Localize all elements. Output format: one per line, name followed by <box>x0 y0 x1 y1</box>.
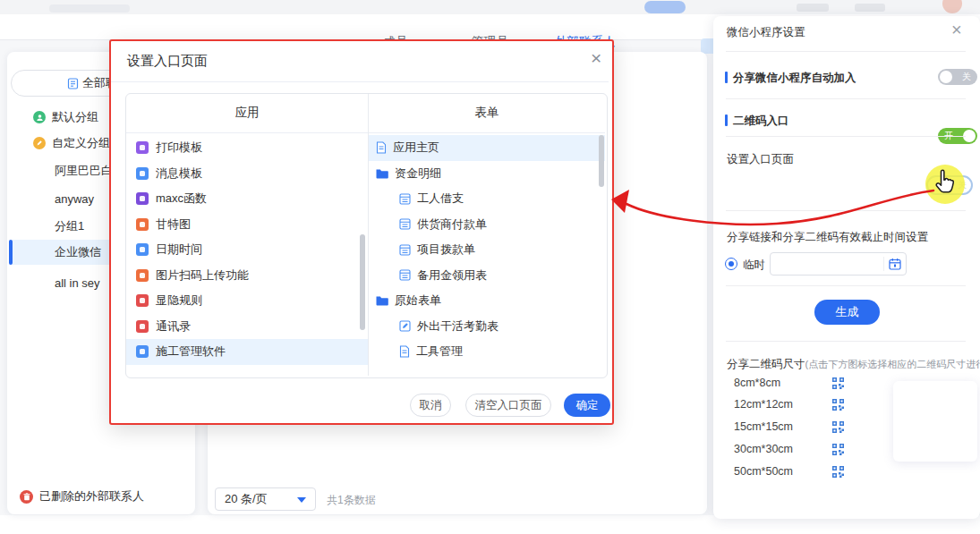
app-item[interactable]: 甘特图 <box>126 212 368 238</box>
form-label: 供货商付款单 <box>417 216 487 233</box>
divider <box>111 81 609 82</box>
page-size-value: 20 条/页 <box>225 491 268 507</box>
form-item[interactable]: 工人借支 <box>369 186 605 212</box>
form-item[interactable]: 备用金领用表 <box>369 263 605 289</box>
document-icon <box>376 141 387 154</box>
qr-size-row: 8cm*8cm <box>734 376 844 390</box>
top-remnant <box>855 4 885 12</box>
group-label: 默认分组 <box>52 109 98 125</box>
accent-bar <box>725 114 728 126</box>
qr-size-label: 30cm*30cm <box>734 443 832 455</box>
document-icon <box>399 345 410 358</box>
group-label: 自定义分组 <box>52 135 110 151</box>
calendar-icon[interactable] <box>889 258 901 270</box>
qr-size-row: 12cm*12cm <box>734 397 844 411</box>
confirm-button[interactable]: 确定 <box>564 394 610 417</box>
form-list-scrollbar[interactable] <box>599 135 604 187</box>
form-label: 资金明细 <box>395 165 441 182</box>
form-icon <box>399 269 411 281</box>
app-list: 打印模板 消息模板 maxc函数 甘特图 日期时间 图片扫码上传功能 显隐规则 … <box>126 135 368 365</box>
modal-title: 设置入口页面 <box>127 53 208 70</box>
app-icon <box>136 345 149 358</box>
form-item[interactable]: 外出干活考勤表 <box>369 314 605 340</box>
form-label: 工具管理 <box>416 343 463 360</box>
auto-join-label: 分享微信小程序自动加入 <box>733 71 856 86</box>
generate-button[interactable]: 生成 <box>814 300 880 325</box>
pencil-icon <box>33 137 46 149</box>
close-icon[interactable]: × <box>591 48 601 67</box>
temp-radio[interactable] <box>725 258 737 270</box>
app-list-scrollbar[interactable] <box>360 234 365 330</box>
entry-selector-panel: 应用 表单 打印模板 消息模板 maxc函数 甘特图 日期时间 图片扫码上传功能… <box>125 93 608 378</box>
form-folder[interactable]: 原始表单 <box>369 288 605 314</box>
deleted-contacts-entry[interactable]: 已删除的外部联系人 <box>20 488 144 504</box>
date-input[interactable] <box>770 252 907 275</box>
form-item[interactable]: 供货商付款单 <box>369 212 605 238</box>
accent-bar <box>725 72 728 83</box>
input-divider <box>883 257 884 271</box>
temp-radio-label: 临时 <box>743 258 765 273</box>
app-item[interactable]: 通讯录 <box>126 314 368 340</box>
total-count-label: 共1条数据 <box>327 493 376 508</box>
divider <box>726 341 966 342</box>
app-item[interactable]: 打印模板 <box>126 135 368 161</box>
divider <box>726 98 966 99</box>
qr-download-icon[interactable] <box>832 377 844 389</box>
form-label: 应用主页 <box>393 140 439 156</box>
app-item[interactable]: maxc函数 <box>126 186 368 212</box>
qr-download-icon[interactable] <box>832 399 844 411</box>
form-item-selected[interactable]: 应用主页 <box>369 135 605 161</box>
qr-size-title: 分享二维码尺寸 <box>727 358 805 370</box>
column-header-app: 应用 <box>126 94 368 131</box>
form-label: 外出干活考勤表 <box>417 318 499 335</box>
app-item-selected[interactable]: 施工管理软件 <box>126 339 368 365</box>
edit-form-icon <box>399 320 411 332</box>
user-group-icon <box>33 111 46 123</box>
clear-entry-button[interactable]: 清空入口页面 <box>465 394 551 417</box>
form-label: 项目拨款单 <box>417 242 475 258</box>
top-remnant <box>49 4 130 13</box>
app-label: 施工管理软件 <box>156 343 226 360</box>
qr-download-icon[interactable] <box>832 421 844 433</box>
chevron-down-icon <box>297 497 306 503</box>
folder-icon <box>376 295 388 306</box>
app-item[interactable]: 图片扫码上传功能 <box>126 263 368 289</box>
app-icon <box>136 167 149 180</box>
app-item[interactable]: 显隐规则 <box>126 288 368 314</box>
qr-size-row: 50cm*50cm <box>734 464 844 479</box>
app-label: 显隐规则 <box>156 292 202 309</box>
form-icon <box>399 244 411 256</box>
auto-join-toggle-off[interactable]: 关 <box>938 69 977 85</box>
form-label: 原始表单 <box>395 292 441 309</box>
app-label: 通讯录 <box>156 318 191 335</box>
app-icon <box>136 141 149 154</box>
close-icon[interactable]: × <box>951 21 962 38</box>
avatar <box>942 0 962 13</box>
app-item[interactable]: 消息模板 <box>126 161 368 187</box>
qr-size-row: 15cm*15cm <box>734 420 844 434</box>
deleted-contacts-label: 已删除的外部联系人 <box>39 488 144 504</box>
qr-download-icon[interactable] <box>832 466 844 478</box>
form-label: 工人借支 <box>417 191 464 207</box>
miniprogram-settings-panel: 微信小程序设置 × 分享微信小程序自动加入 关 二维码入口 开 设置入口页面 关… <box>713 16 980 519</box>
page-size-select[interactable]: 20 条/页 <box>215 487 316 511</box>
cancel-button[interactable]: 取消 <box>410 394 451 417</box>
divider <box>726 210 966 211</box>
form-folder[interactable]: 资金明细 <box>369 161 605 187</box>
app-icon <box>136 320 149 333</box>
top-remnant <box>797 4 829 12</box>
form-item[interactable]: 工具管理 <box>369 339 605 365</box>
app-icon <box>136 294 149 307</box>
app-icon <box>136 218 149 231</box>
divider <box>126 132 605 133</box>
app-item[interactable]: 日期时间 <box>126 237 368 263</box>
qr-size-row: 30cm*30cm <box>734 442 844 456</box>
qr-download-icon[interactable] <box>832 444 844 455</box>
panel-title: 微信小程序设置 <box>727 25 805 40</box>
form-label: 备用金领用表 <box>417 267 487 284</box>
group-label: all in sey <box>55 276 100 290</box>
group-label: 企业微信 <box>55 244 101 260</box>
app-label: 日期时间 <box>156 242 202 258</box>
form-item[interactable]: 项目拨款单 <box>369 237 605 263</box>
qr-size-label: 15cm*15cm <box>734 420 832 433</box>
